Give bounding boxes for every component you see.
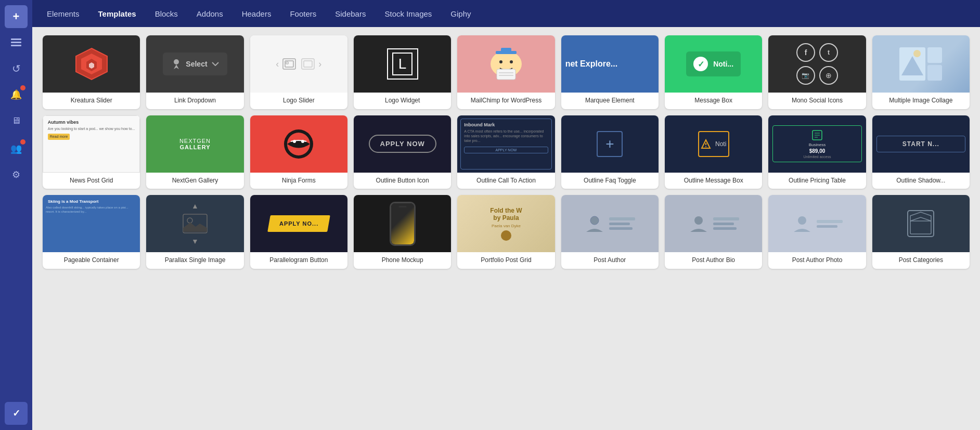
widget-news-post-grid[interactable]: Autumn vibes Are you looking to start a … <box>43 115 140 189</box>
svg-rect-39 <box>908 211 934 237</box>
nav-sidebars[interactable]: Sidebars <box>326 5 375 22</box>
nav-addons[interactable]: Addons <box>187 5 233 22</box>
svg-rect-1 <box>11 42 21 43</box>
widget-logo-widget[interactable]: L Logo Widget <box>354 35 451 109</box>
widget-portfolio-post-grid[interactable]: Fold the Wby Paula Paela van Dyke Portfo… <box>457 195 555 269</box>
widget-message-box-label: Message Box <box>665 93 762 109</box>
widget-parallax-single-image[interactable]: ▲ ▼ Parallax Single Image <box>146 195 243 269</box>
nav-giphy[interactable]: Giphy <box>441 5 480 22</box>
widget-phone-mockup-label: Phone Mockup <box>354 252 451 269</box>
svg-point-38 <box>798 216 806 225</box>
widget-post-author[interactable]: Post Author <box>561 195 659 269</box>
svg-point-15 <box>510 60 513 63</box>
widget-post-categories[interactable]: Post Categories <box>872 195 970 269</box>
widget-parallelogram-button-label: Parallelogram Button <box>250 252 347 269</box>
svg-point-7 <box>174 59 179 64</box>
sidebar-layers-icon[interactable] <box>5 31 28 54</box>
widget-marquee-element-label: Marquee Element <box>561 93 659 109</box>
svg-rect-0 <box>11 38 21 40</box>
sidebar-monitor-icon[interactable]: 🖥 <box>5 109 28 132</box>
svg-rect-10 <box>286 62 288 64</box>
widget-portfolio-post-grid-label: Portfolio Post Grid <box>457 252 555 269</box>
sidebar-add-icon[interactable]: + <box>5 5 28 28</box>
svg-point-14 <box>499 60 502 63</box>
widget-post-author-bio[interactable]: Post Author Bio <box>665 195 762 269</box>
widget-ninja-forms-label: Ninja Forms <box>250 173 347 189</box>
svg-rect-22 <box>927 47 942 63</box>
widget-link-dropdown[interactable]: Select Link Dropdown <box>146 35 243 109</box>
widget-kreatura-slider-label: Kreatura Slider <box>43 93 140 109</box>
widget-link-dropdown-label: Link Dropdown <box>146 93 243 109</box>
svg-rect-23 <box>927 65 942 81</box>
widget-outline-shadow[interactable]: START N... Outline Shadow... <box>872 115 970 189</box>
widget-multiple-image-collage-label: Multiple Image Collage <box>872 93 970 109</box>
widget-post-author-bio-label: Post Author Bio <box>665 252 762 269</box>
widget-parallelogram-button[interactable]: APPLY NO... Parallelogram Button <box>250 195 347 269</box>
sidebar-undo-icon[interactable]: ↺ <box>5 57 28 80</box>
svg-rect-12 <box>304 61 312 67</box>
widget-pageable-container-label: Pageable Container <box>43 252 140 269</box>
widget-mono-social-icons-label: Mono Social Icons <box>768 93 866 109</box>
widget-outline-message-box-label: Outline Message Box <box>665 173 762 189</box>
widget-pageable-container[interactable]: Skiing is a Mod Transport Also called do… <box>43 195 140 269</box>
widget-outline-button-icon[interactable]: APPLY NOW Outline Button Icon <box>354 115 451 189</box>
widget-ninja-forms[interactable]: Ninja Forms <box>250 115 347 189</box>
widget-parallax-single-image-label: Parallax Single Image <box>146 252 243 269</box>
main-content: Elements Templates Blocks Addons Headers… <box>32 0 980 430</box>
svg-point-32 <box>705 146 706 147</box>
nav-stock-images[interactable]: Stock Images <box>375 5 441 22</box>
widget-news-post-grid-label: News Post Grid <box>43 173 140 189</box>
widget-mailchimp-label: MailChimp for WordPress <box>457 93 555 109</box>
svg-point-35 <box>187 218 192 223</box>
widget-kreatura-slider[interactable]: Kreatura Slider <box>43 35 140 109</box>
widget-outline-pricing-table[interactable]: Business $89,00 Unlimited access Outline… <box>768 115 866 189</box>
nav-templates[interactable]: Templates <box>89 5 146 22</box>
sidebar-users-icon[interactable]: 👥 <box>5 137 28 160</box>
widget-outline-button-icon-label: Outline Button Icon <box>354 173 451 189</box>
widget-outline-message-box[interactable]: Noti Outline Message Box <box>665 115 762 189</box>
widget-outline-pricing-table-label: Outline Pricing Table <box>768 173 866 189</box>
nav-blocks[interactable]: Blocks <box>146 5 187 22</box>
left-sidebar: + ↺ 🔔 🖥 👥 ⚙ ✓ <box>0 0 32 430</box>
widget-outline-shadow-label: Outline Shadow... <box>872 173 970 189</box>
widget-mono-social-icons[interactable]: f t 📷 ⊕ Mono Social Icons <box>768 35 866 109</box>
svg-rect-2 <box>11 45 21 46</box>
svg-rect-20 <box>501 48 511 52</box>
widget-outline-faq-toggle[interactable]: + Outline Faq Toggle <box>561 115 659 189</box>
widget-outline-call-to-action-label: Outline Call To Action <box>457 173 555 189</box>
widget-post-author-photo-label: Post Author Photo <box>768 252 866 269</box>
widget-grid: Kreatura Slider Select Link Dropdown ‹ <box>43 35 970 269</box>
widget-logo-slider-label: Logo Slider <box>250 93 347 109</box>
widget-phone-mockup[interactable]: Phone Mockup <box>354 195 451 269</box>
nav-headers[interactable]: Headers <box>233 5 281 22</box>
nav-footers[interactable]: Footers <box>280 5 326 22</box>
top-nav: Elements Templates Blocks Addons Headers… <box>32 0 980 27</box>
widget-logo-widget-label: Logo Widget <box>354 93 451 109</box>
widget-post-categories-label: Post Categories <box>872 252 970 269</box>
widget-outline-call-to-action[interactable]: Inbound Mark A CTA most often refers to … <box>457 115 555 189</box>
svg-point-25 <box>913 50 921 57</box>
widget-grid-container: Kreatura Slider Select Link Dropdown ‹ <box>32 27 980 430</box>
svg-rect-16 <box>497 69 515 80</box>
svg-rect-40 <box>910 221 931 234</box>
widget-logo-slider[interactable]: ‹ › <box>250 35 347 109</box>
widget-multiple-image-collage[interactable]: Multiple Image Collage <box>872 35 970 109</box>
sidebar-check-icon[interactable]: ✓ <box>5 402 28 425</box>
svg-point-37 <box>694 216 703 225</box>
widget-outline-faq-toggle-label: Outline Faq Toggle <box>561 173 659 189</box>
widget-mailchimp[interactable]: MailChimp for WordPress <box>457 35 555 109</box>
svg-point-36 <box>590 216 599 225</box>
sidebar-settings-icon[interactable]: ⚙ <box>5 163 28 186</box>
svg-point-28 <box>293 140 296 143</box>
sidebar-notifications-icon[interactable]: 🔔 <box>5 83 28 106</box>
widget-nextgen-gallery-label: NextGen Gallery <box>146 173 243 189</box>
widget-post-author-photo[interactable]: Post Author Photo <box>768 195 866 269</box>
widget-nextgen-gallery[interactable]: NEXTGEN GALLERY NextGen Gallery <box>146 115 243 189</box>
widget-marquee-element[interactable]: net Explore... Marquee Element <box>561 35 659 109</box>
nav-elements[interactable]: Elements <box>37 5 89 22</box>
widget-message-box[interactable]: ✓ Noti... Message Box <box>665 35 762 109</box>
widget-post-author-label: Post Author <box>561 252 659 269</box>
svg-point-29 <box>301 140 304 143</box>
